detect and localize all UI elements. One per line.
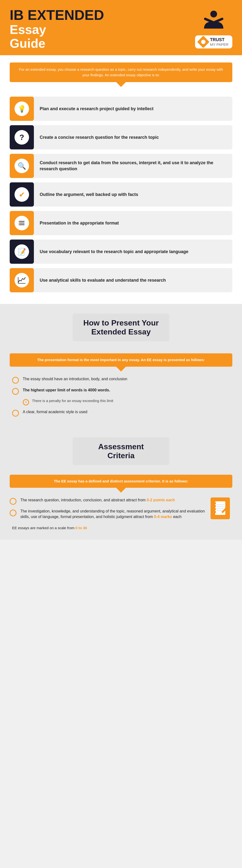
bullet-item-1: The essay should have an introduction, b…: [12, 376, 230, 383]
assessment-section-header: Assessment Criteria: [0, 428, 242, 470]
item-icon-box-5: [10, 211, 34, 235]
analytics-icon: [14, 273, 29, 287]
svg-line-1: [205, 19, 214, 23]
item-text-1: Plan and execute a research project guid…: [34, 97, 232, 121]
item-text-4: Outline the argument, well backed up wit…: [34, 182, 232, 207]
svg-rect-11: [215, 501, 226, 515]
assessment-bullet-1: The research question, introduction, con…: [10, 497, 206, 505]
assessment-bullet-list: The research question, introduction, con…: [10, 497, 206, 523]
bullet-circle-2: [12, 388, 19, 395]
items-section: 💡 Plan and execute a research project gu…: [0, 94, 242, 304]
present-arrow: [116, 367, 126, 372]
present-section-content: The presentation format is the most impo…: [0, 348, 242, 428]
present-intro-text: The presentation format is the most impo…: [17, 357, 225, 363]
svg-rect-13: [214, 505, 216, 507]
item-row: 💡 Plan and execute a research project gu…: [10, 97, 232, 121]
lightbulb-icon: 💡: [14, 101, 29, 116]
search-icon: 🔍: [14, 159, 29, 173]
bullet-item-2: The highest upper limit of words is 4000…: [12, 388, 230, 395]
edit-icon: 📝: [14, 244, 29, 259]
intro-arrow: [116, 82, 126, 87]
assessment-intro-box: The EE essay has a defined and distinct …: [10, 475, 232, 488]
assessment-text-1: The research question, introduction, con…: [20, 497, 175, 503]
assessment-intro-text: The EE essay has a defined and distinct …: [17, 478, 225, 484]
item-text-5: Presentation in the appropriate format: [34, 211, 232, 235]
header-section: IB Extended Essay Guide TRUST MY PAPER: [0, 0, 242, 55]
sub-bullet-text: There is a penalty for an essay exceedin…: [32, 399, 113, 403]
assessment-icon-area: [211, 497, 232, 519]
list-svg: [18, 219, 25, 227]
svg-point-0: [210, 11, 217, 18]
assessment-text-2: The investigation, knowledge, and unders…: [20, 508, 206, 520]
item-icon-box-1: 💡: [10, 97, 34, 121]
svg-rect-15: [214, 511, 216, 513]
item-row: 📝 Use vocabulary relevant to the researc…: [10, 240, 232, 264]
present-section-header: How to Present Your Extended Essay: [0, 304, 242, 348]
svg-rect-12: [214, 502, 216, 504]
assessment-circle-1: [10, 498, 16, 505]
item-icon-box-7: [10, 268, 34, 292]
bullet-circle-1: [12, 377, 19, 383]
chart-svg: [18, 277, 26, 284]
header-logo: TRUST MY PAPER: [195, 9, 232, 49]
item-row: Use analytical skills to evaluate and un…: [10, 268, 232, 292]
item-text-6: Use vocabulary relevant to the research …: [34, 240, 232, 264]
present-title-box: How to Present Your Extended Essay: [73, 314, 169, 341]
question-icon: ?: [14, 130, 29, 145]
item-text-3: Conduct research to get data from the so…: [34, 154, 232, 178]
notebook-svg: [213, 500, 228, 517]
assessment-title-box: Assessment Criteria: [73, 437, 169, 465]
assessment-content-area: The research question, introduction, con…: [10, 497, 232, 523]
sub-bullet-icon: [23, 399, 29, 405]
title-line2: Essay: [10, 23, 104, 37]
intro-box: For an extended essay, you choose a rese…: [10, 62, 232, 82]
item-row: ✔ Outline the argument, well backed up w…: [10, 182, 232, 207]
assessment-bullet-2: The investigation, knowledge, and unders…: [10, 508, 206, 520]
bullet-text-3: A clear, formal academic style is used: [23, 409, 88, 414]
ee-note: EE essays are marked on a scale from 0 t…: [10, 526, 232, 530]
intro-text: For an extended essay, you choose a rese…: [17, 67, 225, 78]
sub-bullet-item: There is a penalty for an essay exceedin…: [23, 399, 230, 405]
intro-section: For an extended essay, you choose a rese…: [0, 55, 242, 94]
logo-box: TRUST MY PAPER: [195, 35, 232, 49]
list-icon: [14, 216, 29, 230]
present-bullet-list: The essay should have an introduction, b…: [10, 376, 232, 416]
logo-brand1: TRUST: [210, 37, 229, 42]
logo-words: TRUST MY PAPER: [210, 37, 229, 46]
svg-rect-14: [214, 508, 216, 510]
logo-diamond: [197, 36, 209, 48]
bullet-text-1: The essay should have an introduction, b…: [23, 376, 127, 382]
item-row: 🔍 Conduct research to get data from the …: [10, 154, 232, 178]
header-title: IB Extended Essay Guide: [10, 7, 104, 51]
title-line1: IB Extended: [10, 7, 104, 23]
person-icon: [202, 9, 226, 33]
item-text-7: Use analytical skills to evaluate and un…: [34, 268, 232, 292]
item-icon-box-4: ✔: [10, 182, 34, 207]
present-title-line1: How to Present Your Extended Essay: [82, 318, 160, 336]
bullet-text-2: The highest upper limit of words is 4000…: [23, 388, 110, 393]
logo-brand2: MY PAPER: [210, 42, 229, 46]
item-row: Presentation in the appropriate format: [10, 211, 232, 235]
assessment-arrow: [116, 488, 126, 493]
assessment-title: Assessment Criteria: [82, 442, 160, 460]
notebook-icon: [211, 497, 230, 519]
title-line3: Guide: [10, 37, 104, 51]
item-text-2: Create a concise research question for t…: [34, 125, 232, 149]
checkmark-icon: ✔: [14, 187, 29, 202]
present-intro-box: The presentation format is the most impo…: [10, 353, 232, 367]
item-row: ? Create a concise research question for…: [10, 125, 232, 149]
logo-diamond-inner: [201, 40, 205, 44]
item-icon-box-2: ?: [10, 125, 34, 149]
item-icon-box-3: 🔍: [10, 154, 34, 178]
assessment-circle-2: [10, 509, 16, 516]
svg-line-2: [214, 19, 222, 23]
bullet-item-3: A clear, formal academic style is used: [12, 409, 230, 416]
bullet-circle-3: [12, 410, 19, 416]
item-icon-box-6: 📝: [10, 240, 34, 264]
ee-note-text: EE essays are marked on a scale from 0 t…: [12, 526, 230, 530]
assessment-section-content: The EE essay has a defined and distinct …: [0, 470, 242, 539]
